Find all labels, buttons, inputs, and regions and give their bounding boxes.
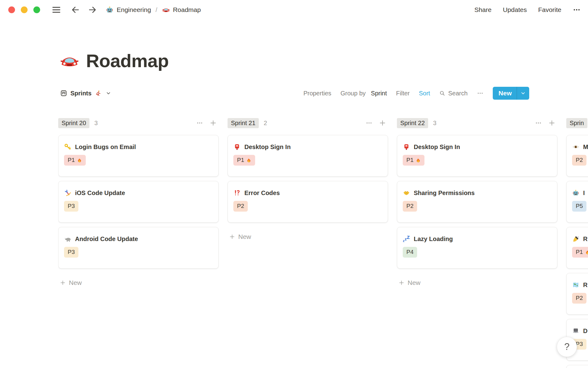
more-options-icon[interactable] — [573, 6, 581, 14]
priority-badge-label: P1 — [576, 248, 583, 256]
breadcrumb-item-engineering[interactable]: Engineering — [106, 6, 151, 14]
priority-badge-label: P2 — [576, 294, 583, 302]
traffic-light-minimize[interactable] — [21, 6, 28, 13]
new-button-label: New — [493, 87, 517, 100]
svg-text:z: z — [405, 237, 407, 241]
column-header: Sprint 212 — [228, 117, 388, 129]
card[interactable]: MP2 — [566, 135, 588, 177]
nav-forward-button[interactable] — [88, 5, 97, 14]
view-tab-sprints[interactable]: Sprints — [60, 90, 111, 97]
card-title-text: iOS Code Update — [75, 189, 125, 197]
column-header-actions — [366, 119, 388, 127]
card-title: M — [572, 143, 588, 151]
arrow-left-icon — [71, 5, 80, 14]
rhinoceros-icon — [64, 235, 71, 243]
sidebar-menu-button[interactable] — [51, 5, 62, 15]
handshake-icon — [403, 189, 410, 197]
priority-badge-label: P1 — [406, 156, 413, 164]
share-button[interactable]: Share — [474, 6, 492, 13]
priority-badge-label: P3 — [68, 202, 75, 210]
favorite-button[interactable]: Favorite — [538, 6, 561, 13]
card[interactable]: Desktop Sign InP1 — [228, 135, 388, 177]
add-card-button[interactable]: New — [58, 277, 219, 288]
card[interactable]: IP5 — [566, 181, 588, 223]
column-add-icon[interactable] — [379, 119, 386, 127]
priority-badge: P1 — [403, 155, 424, 166]
column-header-actions — [196, 119, 219, 127]
priority-badge: P4 — [403, 247, 417, 258]
card[interactable]: iOS Code UpdateP3 — [58, 181, 219, 223]
priority-badge-label: P1 — [237, 156, 244, 164]
card[interactable]: zzZLazy LoadingP4 — [397, 227, 557, 269]
bangbang-icon — [233, 189, 241, 197]
column-add-icon[interactable] — [548, 119, 556, 127]
fire-icon — [246, 158, 251, 163]
column-title-pill[interactable]: Sprint 22 — [397, 118, 428, 128]
card-title-text: M — [583, 143, 588, 151]
group-by-button[interactable]: Group by Sprint — [341, 90, 387, 97]
card[interactable]: RP1 — [566, 227, 588, 269]
plus-icon — [398, 280, 405, 286]
view-toolbar: Sprints Properties Group by Sprint Filte… — [60, 86, 529, 100]
column-title-pill[interactable]: Sprint 20 — [58, 118, 89, 128]
properties-button[interactable]: Properties — [303, 90, 331, 97]
priority-badge-label: P1 — [68, 156, 75, 164]
page-icon-oncoming-car[interactable] — [60, 52, 79, 71]
traffic-light-zoom[interactable] — [33, 6, 40, 13]
card[interactable]: Desktop Sign InP1 — [397, 135, 557, 177]
card-title-text: R — [583, 235, 587, 243]
card[interactable]: Error CodesP2 — [228, 181, 388, 223]
breadcrumb-item-roadmap[interactable]: Roadmap — [162, 6, 201, 14]
column-more-icon[interactable] — [535, 120, 542, 126]
traffic-light-close[interactable] — [8, 6, 15, 13]
search-button[interactable]: Search — [439, 90, 467, 97]
search-label: Search — [448, 90, 467, 97]
card-title-text: Sharing Permissions — [414, 189, 475, 197]
column-more-icon[interactable] — [196, 120, 203, 126]
nav-back-button[interactable] — [71, 5, 80, 14]
priority-badge-label: P2 — [576, 156, 583, 164]
sort-button[interactable]: Sort — [419, 90, 430, 97]
column-count: 3 — [433, 120, 436, 127]
help-button[interactable]: ? — [557, 337, 577, 357]
arrow-right-icon — [88, 5, 97, 14]
card[interactable]: RP2 — [566, 273, 588, 315]
fire-icon — [585, 250, 588, 255]
column-header: Sprin — [566, 117, 588, 129]
updates-button[interactable]: Updates — [503, 6, 527, 13]
card[interactable]: Sharing PermissionsP2 — [397, 181, 557, 223]
priority-badge: P2 — [403, 201, 417, 212]
priority-badge: P1 — [572, 247, 588, 258]
board-view-icon — [60, 90, 67, 97]
add-card-button[interactable]: New — [397, 277, 557, 288]
new-dropdown-button[interactable] — [517, 87, 529, 100]
card[interactable]: Login Bugs on EmailP1 — [58, 135, 219, 177]
priority-badge: P2 — [572, 155, 586, 166]
group-by-label: Group by — [341, 90, 366, 97]
column-more-icon[interactable] — [366, 120, 372, 126]
card-title-text: Android Code Update — [75, 235, 138, 243]
priority-badge: P3 — [64, 247, 78, 258]
card-title-text: I — [583, 189, 585, 197]
svg-text:z: z — [403, 239, 405, 243]
runner-icon — [95, 90, 101, 97]
laptop-icon — [572, 327, 579, 335]
card-title: Desktop Sign In — [403, 143, 552, 151]
column-title-pill[interactable]: Sprint 21 — [228, 118, 259, 128]
card-partial[interactable] — [566, 365, 588, 368]
column-title-pill[interactable]: Sprin — [566, 118, 587, 128]
add-card-button[interactable]: New — [228, 231, 388, 242]
new-button[interactable]: New — [493, 87, 529, 100]
board-column: Sprint 212Desktop Sign InP1Error CodesP2… — [228, 117, 388, 242]
postbox-icon — [233, 143, 241, 151]
view-more-options-icon[interactable] — [477, 90, 484, 97]
eye-icon — [572, 143, 579, 151]
board-column: Sprint 203Login Bugs on EmailP1iOS Code … — [58, 117, 219, 288]
filter-button[interactable]: Filter — [396, 90, 409, 97]
fire-icon — [416, 158, 421, 163]
card-title: Error Codes — [233, 189, 382, 197]
fire-icon — [77, 158, 82, 163]
card[interactable]: Android Code UpdateP3 — [58, 227, 219, 269]
board-column: Sprint 223Desktop Sign InP1Sharing Permi… — [397, 117, 557, 288]
column-add-icon[interactable] — [209, 119, 217, 127]
